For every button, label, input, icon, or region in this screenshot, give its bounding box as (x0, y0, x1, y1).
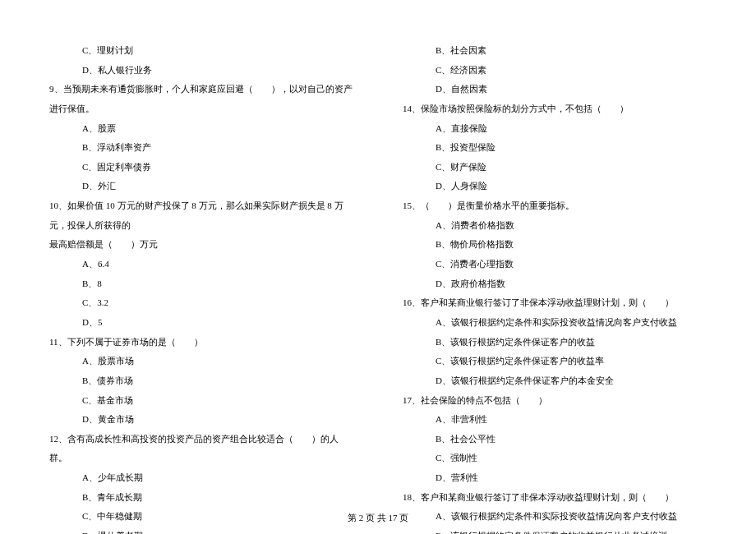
q17-option-a: A、非营利性 (403, 410, 707, 430)
q16-option-c: C、该银行根据约定条件保证客户的收益率 (403, 352, 707, 371)
q14-option-c: C、财产保险 (403, 158, 707, 177)
q9-option-b: B、浮动利率资产 (49, 138, 353, 158)
q18-stem: 18、客户和某商业银行签订了非保本浮动收益理财计划，则（ ） (403, 488, 707, 508)
q13-option-d: D、自然因素 (403, 80, 707, 99)
q9-option-d: D、外汇 (49, 177, 353, 196)
q17-stem: 17、社会保险的特点不包括（ ） (403, 391, 707, 411)
q17-option-d: D、营利性 (403, 468, 707, 488)
q12-option-a: A、少年成长期 (49, 468, 353, 488)
q11-option-b: B、债券市场 (49, 371, 353, 391)
q15-option-c: C、消费者心理指数 (403, 255, 707, 274)
q10-option-d: D、5 (49, 313, 353, 333)
q9-option-a: A、股票 (49, 119, 353, 139)
q18-option-b: B、该银行根据约定条件保证客户的收益银行从业考试培训 (403, 527, 707, 534)
q15-option-a: A、消费者价格指数 (403, 216, 707, 236)
q11-option-c: C、基金市场 (49, 391, 353, 411)
q13-option-c: C、经济因素 (403, 61, 707, 81)
document-body: C、理财计划 D、私人银行业务 9、当预期未来有通货膨胀时，个人和家庭应回避（ … (49, 41, 707, 501)
q16-option-a: A、该银行根据约定条件和实际投资收益情况向客户支付收益 (403, 313, 707, 333)
q14-option-a: A、直接保险 (403, 119, 707, 139)
q13-option-b: B、社会因素 (403, 41, 707, 61)
q14-option-b: B、投资型保险 (403, 138, 707, 158)
q9-stem: 9、当预期未来有通货膨胀时，个人和家庭应回避（ ），以对自己的资产进行保值。 (49, 80, 353, 118)
q10-option-a: A、6.4 (49, 255, 353, 274)
q8-option-c: C、理财计划 (49, 41, 353, 61)
q10-option-c: C、3.2 (49, 293, 353, 313)
q16-option-d: D、该银行根据约定条件保证客户的本金安全 (403, 371, 707, 391)
page-footer: 第 2 页 共 17 页 (0, 512, 756, 524)
q11-option-d: D、黄金市场 (49, 410, 353, 430)
q9-option-c: C、固定利率债券 (49, 158, 353, 177)
q17-option-b: B、社会公平性 (403, 430, 707, 449)
right-column: B、社会因素 C、经济因素 D、自然因素 14、保险市场按照保险标的划分方式中，… (403, 41, 707, 501)
q12-option-b: B、青年成长期 (49, 488, 353, 508)
q10-stem-line1: 10、如果价值 10 万元的财产投保了 8 万元，那么如果实际财产损失是 8 万… (49, 196, 353, 235)
q12-option-d: D、退休养老期 (49, 527, 353, 534)
q8-option-d: D、私人银行业务 (49, 61, 353, 81)
q16-option-b: B、该银行根据约定条件保证客户的收益 (403, 333, 707, 352)
q15-stem: 15、（ ）是衡量价格水平的重要指标。 (403, 196, 707, 216)
q10-stem-line2: 最高赔偿额是（ ）万元 (49, 235, 353, 255)
q11-stem: 11、下列不属于证券市场的是（ ） (49, 333, 353, 352)
q15-option-b: B、物价局价格指数 (403, 235, 707, 255)
q12-stem: 12、含有高成长性和高投资的投资产品的资产组合比较适合（ ）的人群。 (49, 430, 353, 468)
q11-option-a: A、股票市场 (49, 352, 353, 371)
left-column: C、理财计划 D、私人银行业务 9、当预期未来有通货膨胀时，个人和家庭应回避（ … (49, 41, 353, 501)
q14-stem: 14、保险市场按照保险标的划分方式中，不包括（ ） (403, 99, 707, 119)
q16-stem: 16、客户和某商业银行签订了非保本浮动收益理财计划，则（ ） (403, 293, 707, 313)
q14-option-d: D、人身保险 (403, 177, 707, 196)
q15-option-d: D、政府价格指数 (403, 274, 707, 294)
q17-option-c: C、强制性 (403, 449, 707, 468)
q10-option-b: B、8 (49, 274, 353, 294)
